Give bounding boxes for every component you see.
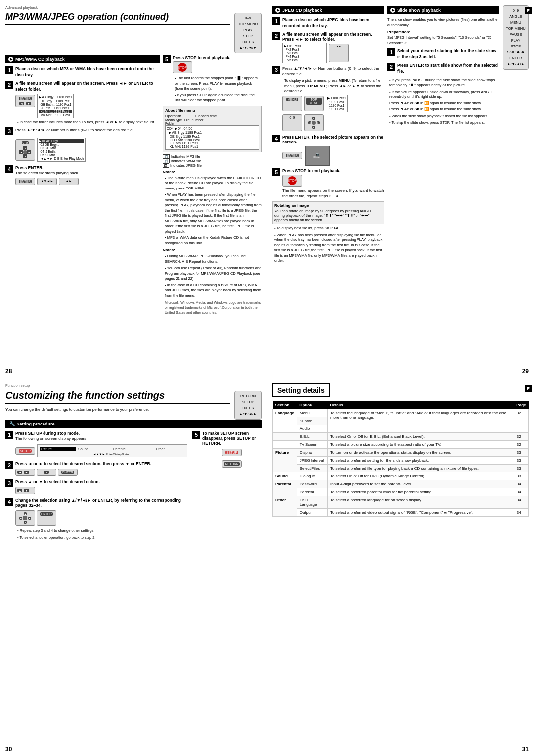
table-row: Select Files To select a preferred file …	[273, 465, 529, 472]
step-5-text: Press STOP to end playback.	[173, 55, 262, 60]
table-row: Parental Password Input 4-digit password…	[273, 480, 529, 488]
option-jpeg-interval: JPEG Interval	[297, 457, 327, 465]
section-icon: ▶	[8, 57, 13, 62]
step-5-row: 5 Press STOP to end playback. STOP The u…	[163, 55, 262, 103]
option-output: Output	[297, 509, 327, 517]
file-menu-labels: Operation Elapsed time	[165, 114, 259, 118]
page-display: 33	[514, 449, 528, 457]
rotate-section: Rotating an image You can rotate an imag…	[272, 201, 384, 224]
page-jpeg-interval: 33	[514, 457, 528, 465]
step-2-buttons: ENTER ◄►	[15, 94, 35, 118]
page-language: 32	[514, 409, 528, 433]
step-1-text: Place a disc on which MP3 or WMA files h…	[15, 66, 160, 78]
table-row: Sound Dialogue To select On or Off for D…	[273, 472, 529, 480]
stop-button: STOP	[173, 61, 192, 73]
step-2-row: 2 A file menu screen will appear on the …	[5, 81, 160, 125]
step-4-num: 4	[5, 165, 13, 173]
proc-step-4: 4 Change the selection using ▲/▼/◄/► or …	[5, 498, 187, 540]
file-menu-mock: CD4 ▶ 04: 04.56 ▶ AB Brgy 1188 Pcs1 DE B…	[165, 125, 259, 150]
slideshow-step-2: 2 Press ENTER to start slide show from t…	[387, 63, 499, 75]
col-page: Page	[514, 401, 528, 409]
step-4-buttons: ENTER ▲▼◄► ◄►	[15, 177, 160, 186]
jpeg-step-1: 1 Place a disc on which JPEG files have …	[272, 17, 384, 29]
step-1-num: 1	[5, 66, 13, 74]
remote-control-diagram: 0–9 TOP MENU PLAY STOP ENTER ▲/▼/◄/►	[234, 13, 262, 53]
page-dialogue: 33	[514, 472, 528, 480]
page-tvscreen: 32	[514, 441, 528, 449]
e-badge-top: E	[525, 7, 532, 14]
page-number-31: 31	[522, 746, 529, 753]
top-left-label: Advanced playback	[5, 5, 262, 10]
step-3-buttons: 0–9 ▲ ▼ ◄ ►	[15, 139, 35, 161]
top-left-panel: Advanced playback MP3/WMA/JPEG operation…	[0, 0, 267, 378]
customizing-title: Customizing the function settings	[5, 390, 230, 404]
step-3-num: 3	[5, 127, 13, 135]
proc-step-3: 3 Press ▲ or ▼ to select the desired opt…	[5, 479, 187, 495]
remote-right: 0–9 ANGLE MENU TOP MENU PAUSE PLAY STOP …	[503, 5, 529, 70]
details-dialogue: To select On or Off for DRC (Dynamic Ran…	[327, 472, 514, 480]
table-row: Parental To select a preferred parental …	[273, 488, 529, 496]
section-language: Language	[273, 409, 297, 433]
details-language: To select the language of "Menu", "Subti…	[327, 409, 514, 433]
table-row: E.B.L. To select On or Off for E.B.L. (E…	[273, 433, 529, 441]
page-password: 34	[514, 480, 528, 488]
about-file-menu-box: About file menu Operation Elapsed time M…	[163, 106, 262, 152]
jpeg-section-header: ▶ JPEG CD playback	[272, 6, 384, 14]
page-number-29: 29	[522, 368, 529, 375]
step-5-note-1: The unit records the stopped point. "▐▌"…	[175, 76, 262, 92]
step-1-row: 1 Place a disc on which MP3 or WMA files…	[5, 66, 160, 78]
proc-step-3-controls: ▲▼	[15, 486, 187, 495]
slideshow-col: ▶ Slide show playback The slide show ena…	[387, 6, 499, 264]
jpeg-step-2: 2 A file menu screen will appear on the …	[272, 32, 384, 63]
section-parental: Parental	[273, 480, 297, 496]
option-menu: Menu	[297, 409, 327, 417]
note2-2: You can use Repeat (Track or All), Rando…	[165, 266, 262, 282]
step-5-num: 5	[163, 55, 171, 63]
step-3-text: Press ▲/▼/◄/► or Number buttons (0–9) to…	[15, 127, 134, 133]
page-number-30: 30	[5, 746, 12, 753]
proc-step-5-buttons: SETUP RETURN	[202, 448, 262, 469]
option-password: Password	[297, 480, 327, 488]
stop-btn-jpeg: STOP	[282, 175, 302, 187]
table-row: JPEG Interval To select a preferred sett…	[273, 457, 529, 465]
col-details: Details	[327, 401, 514, 409]
table-row: Picture Display To turn on or de-activat…	[273, 449, 529, 457]
slideshow-notes: If you press PAUSE during the slide show…	[387, 78, 499, 126]
main-title: MP3/WMA/JPEG operation (continued)	[5, 12, 230, 25]
slideshow-icon: ▶	[390, 8, 395, 13]
bottom-left-panel: Function setup Customizing the function …	[0, 378, 267, 756]
file-menu-folder-label: Folder	[165, 122, 259, 125]
note-3: MP3 or WMA data on the Kodak Picture CD …	[165, 236, 262, 246]
proc-step-2: 2 Press ◄ or ► to select the desired sec…	[5, 461, 187, 477]
top-right-panel: E 0–9 ANGLE MENU TOP MENU PAUSE PLAY STO…	[267, 0, 534, 378]
proc-step-5-col: 5 To make SETUP screen disappear, press …	[192, 431, 262, 543]
setting-procedure-content: 1 Press SETUP during stop mode. The foll…	[5, 431, 262, 543]
jpeg-step-3-controls: MENU TOP MENU ▶ 1188 Pcs1 1189 Pcs1 1190…	[282, 95, 384, 112]
step-4-text: Press ENTER.	[15, 165, 160, 170]
e-badge-bottom: E	[525, 385, 532, 392]
jpeg-step-3: 3 Press ▲/▼/◄/► or Number buttons (0–9) …	[272, 66, 384, 132]
details-tvscreen: To select a picture size according to th…	[327, 441, 514, 449]
photo-preview: 📷Photo	[305, 146, 330, 166]
option-parental: Parental	[297, 488, 327, 496]
details-parental: To select a preferred parental level for…	[327, 488, 514, 496]
section-sound: Sound	[273, 472, 297, 480]
option-display: Display	[297, 449, 327, 457]
option-subtitle: Subtitle	[297, 417, 327, 425]
settings-table: Section Option Details Page Language Men…	[272, 401, 529, 517]
customizing-subtitle: You can change the default settings to c…	[5, 407, 230, 412]
page-number-28: 28	[5, 368, 12, 375]
step-4-sub: The selected file starts playing back.	[15, 170, 160, 176]
step-3-area: 3 Press ▲/▼/◄/► or Number buttons (0–9) …	[5, 127, 160, 163]
proc-step-2-controls: ◄► ▼ ENTER	[15, 468, 187, 477]
jpeg-icon: ▶	[275, 8, 280, 13]
table-row: Language Menu To select the language of …	[273, 409, 529, 417]
settings-title: Setting details	[272, 383, 330, 397]
jpeg-header-text: JPEG CD playback	[282, 8, 322, 13]
rotate-text: You can rotate an image by 90 degrees by…	[274, 209, 382, 222]
rotate-title: Rotating an image	[274, 203, 382, 208]
table-row: Tv Screen To select a picture size accor…	[273, 441, 529, 449]
table-row: Other OSD Language To select a preferred…	[273, 496, 529, 509]
details-osd-language: To select a preferred language for on sc…	[327, 496, 514, 509]
option-select-files: Select Files	[297, 465, 327, 472]
